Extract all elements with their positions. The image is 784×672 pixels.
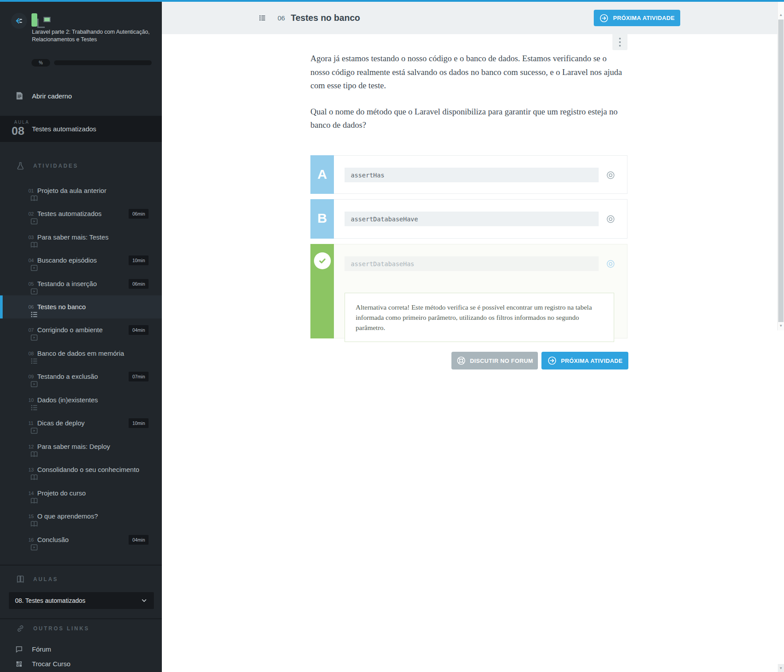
lifebuoy-icon <box>456 356 466 365</box>
sidebar-activity-13[interactable]: 13Consolidando o seu conhecimento <box>0 458 162 481</box>
option-a[interactable]: AassertHas <box>310 155 627 194</box>
activity-number: 12 <box>28 444 34 449</box>
book-icon <box>15 466 23 474</box>
scrollbar-thumb[interactable] <box>778 20 784 322</box>
video-icon <box>15 256 23 264</box>
sidebar-activity-08[interactable]: 08Banco de dados em memória <box>0 342 162 365</box>
sidebar-activity-05[interactable]: 05Testando a inserção06min <box>0 272 162 295</box>
book-icon <box>16 575 25 584</box>
book-icon <box>15 489 23 497</box>
sidebar-activity-16[interactable]: 16Conclusão04min <box>0 528 162 551</box>
activity-label: Consolidando o seu conhecimento <box>37 466 139 473</box>
activity-number: 01 <box>28 188 34 193</box>
lesson-select-value: 08. Testes automatizados <box>15 597 141 604</box>
collapse-sidebar-button[interactable] <box>11 13 27 29</box>
quiz-icon <box>15 396 23 404</box>
activity-number: 16 <box>28 537 34 542</box>
option-b[interactable]: BassertDatabaseHave <box>310 199 627 239</box>
option-letter: B <box>310 199 334 239</box>
activity-number: 08 <box>28 351 34 356</box>
chevron-down-icon <box>141 597 148 604</box>
other-links-section-header: OUTROS LINKS <box>0 623 162 634</box>
current-lesson-badge: AULA 08 Testes automatizados <box>0 116 162 142</box>
sidebar-activity-02[interactable]: 02Testes automatizados06min <box>0 202 162 225</box>
options-list: AassertHasBassertDatabaseHaveassertDatab… <box>310 155 627 344</box>
answer-field: assertDatabaseHave <box>345 212 599 226</box>
sidebar-item-trocar-curso[interactable]: Trocar Curso <box>0 656 162 671</box>
duration-badge: 10min <box>129 418 149 428</box>
scrollbar-corner: ▼ <box>778 664 784 672</box>
progress-percent-pill: % <box>31 59 50 67</box>
chat-icon <box>15 645 23 653</box>
activities-section-header: ATIVIDADES <box>0 161 162 171</box>
lesson-select-dropdown[interactable]: 08. Testes automatizados <box>9 592 154 609</box>
activity-label: Testes no banco <box>37 303 86 310</box>
sidebar-activity-15[interactable]: 15O que aprendemos? <box>0 505 162 528</box>
book-icon <box>15 443 23 451</box>
quiz-list-icon <box>259 14 266 22</box>
sidebar-activity-04[interactable]: 04Buscando episódios10min <box>0 249 162 272</box>
book-icon <box>15 512 23 520</box>
video-icon <box>15 280 23 288</box>
sidebar-activity-14[interactable]: 14Projeto do curso <box>0 482 162 505</box>
activity-number: 13 <box>28 467 34 472</box>
correct-check-block <box>310 244 334 338</box>
document-icon <box>15 91 24 101</box>
progress-bar <box>54 60 152 65</box>
duration-badge: 06min <box>129 209 149 219</box>
eye-icon[interactable] <box>606 170 615 180</box>
question-paragraph: Qual o nome do método que o Laravel disp… <box>310 105 627 132</box>
check-icon <box>314 252 331 269</box>
sidebar-activity-12[interactable]: 12Para saber mais: Deploy <box>0 435 162 458</box>
flask-icon <box>16 161 25 170</box>
duration-badge: 07min <box>129 372 149 381</box>
option-letter: A <box>310 155 334 194</box>
duration-badge: 04min <box>129 535 149 545</box>
forum-link-label: Fórum <box>32 645 51 653</box>
activity-label: Dicas de deploy <box>37 419 85 427</box>
activity-label: Para saber mais: Testes <box>37 233 109 241</box>
task-header: 06 Testes no banco PRÓXIMA ATIVIDADE <box>162 2 778 34</box>
option-correct[interactable]: assertDatabaseHasAlternativa correta! Es… <box>310 244 627 338</box>
sidebar-activity-01[interactable]: 01Projeto da aula anterior <box>0 179 162 202</box>
activity-number: 03 <box>28 235 34 240</box>
sidebar-activity-07[interactable]: 07Corrigindo o ambiente04min <box>0 318 162 342</box>
sidebar-activity-10[interactable]: 10Dados (in)existentes <box>0 389 162 412</box>
sidebar-activity-11[interactable]: 11Dicas de deploy10min <box>0 412 162 435</box>
next-activity-button-top[interactable]: PRÓXIMA ATIVIDADE <box>594 10 680 26</box>
lesson-title: Testes automatizados <box>32 125 96 133</box>
sidebar-activity-03[interactable]: 03Para saber mais: Testes <box>0 226 162 249</box>
activity-label: Dados (in)existentes <box>37 396 98 404</box>
next-activity-button-bottom[interactable]: PRÓXIMA ATIVIDADE <box>541 352 628 369</box>
open-notebook-button[interactable]: Abrir caderno <box>0 86 162 106</box>
activity-label: Buscando episódios <box>37 256 97 264</box>
activity-label: Para saber mais: Deploy <box>37 443 110 450</box>
activity-number: 07 <box>28 327 34 333</box>
activity-number: 02 <box>28 211 34 216</box>
activity-label: Projeto do curso <box>37 489 86 497</box>
eye-icon[interactable] <box>606 259 615 269</box>
scroll-down-arrow[interactable]: ▼ <box>778 322 784 329</box>
question-text: Agora já estamos testando o nosso código… <box>310 52 627 132</box>
activity-label: Testando a inserção <box>37 280 97 287</box>
video-icon <box>15 373 23 381</box>
sidebar-activity-06[interactable]: 06Testes no banco <box>0 295 162 318</box>
sidebar-item-forum[interactable]: Fórum <box>0 642 162 656</box>
activities-section-label: ATIVIDADES <box>33 163 78 169</box>
quiz-icon <box>15 303 23 311</box>
aulas-section-label: AULAS <box>33 576 58 582</box>
activity-label: Conclusão <box>37 536 69 543</box>
activity-label: Testando a exclusão <box>37 373 98 380</box>
answer-field: assertDatabaseHas <box>345 256 599 271</box>
discuss-forum-button[interactable]: DISCUTIR NO FORUM <box>451 352 538 369</box>
answer-field: assertHas <box>345 168 599 182</box>
scroll-up-arrow[interactable]: ▲ <box>778 12 784 18</box>
activity-number: 11 <box>28 420 33 426</box>
course-sidebar: Laravel parte 2: Trabalhando com Autenti… <box>0 2 162 672</box>
page-scrollbar[interactable]: ▲ ▼ <box>777 2 784 330</box>
eye-icon[interactable] <box>606 214 615 224</box>
book-icon <box>15 233 23 241</box>
activity-label: Banco de dados em memória <box>37 350 124 357</box>
link-icon <box>16 624 25 633</box>
sidebar-activity-09[interactable]: 09Testando a exclusão07min <box>0 365 162 388</box>
